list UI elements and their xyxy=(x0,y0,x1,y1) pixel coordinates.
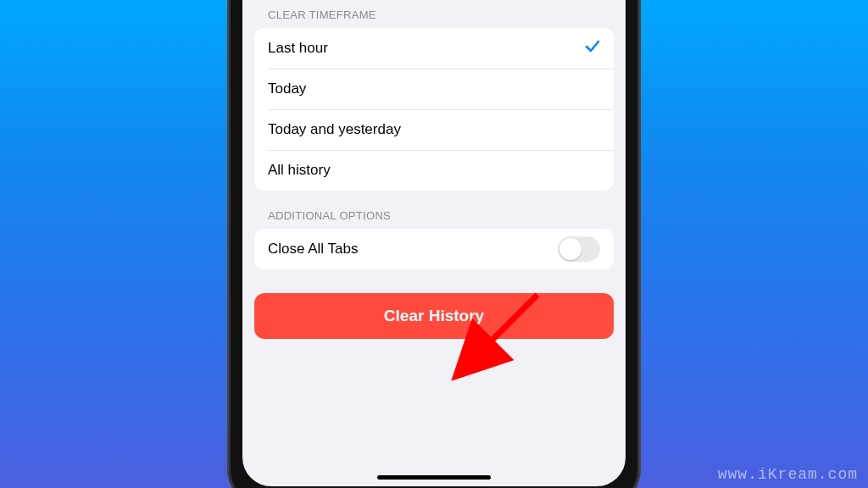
watermark-text: www.iKream.com xyxy=(718,466,858,483)
timeframe-option-today-yesterday[interactable]: Today and yesterday xyxy=(254,109,614,150)
option-label: Last hour xyxy=(268,40,328,57)
toggle-knob xyxy=(559,238,581,260)
timeframe-section-label: CLEAR TIMEFRAME xyxy=(268,8,614,21)
timeframe-options: Last hour Today Today and yesterday All … xyxy=(254,28,614,191)
phone-frame: Clear History CLEAR TIMEFRAME Last hour xyxy=(229,0,639,488)
timeframe-option-last-hour[interactable]: Last hour xyxy=(254,28,614,69)
clear-history-button[interactable]: Clear History xyxy=(254,293,614,339)
close-all-tabs-toggle[interactable] xyxy=(558,236,600,262)
timeframe-option-all-history[interactable]: All history xyxy=(254,150,614,191)
home-indicator xyxy=(377,475,491,480)
timeframe-option-today[interactable]: Today xyxy=(254,69,614,109)
close-all-tabs-row: Close All Tabs xyxy=(254,229,614,269)
option-label: Today xyxy=(268,80,306,97)
close-all-tabs-label: Close All Tabs xyxy=(268,241,358,258)
phone-screen: Clear History CLEAR TIMEFRAME Last hour xyxy=(242,0,626,486)
additional-section-label: ADDITIONAL OPTIONS xyxy=(268,209,614,222)
checkmark-icon xyxy=(585,39,600,58)
clear-history-button-label: Clear History xyxy=(384,307,484,325)
additional-options: Close All Tabs xyxy=(254,229,614,269)
option-label: All history xyxy=(268,162,331,179)
option-label: Today and yesterday xyxy=(268,121,401,138)
